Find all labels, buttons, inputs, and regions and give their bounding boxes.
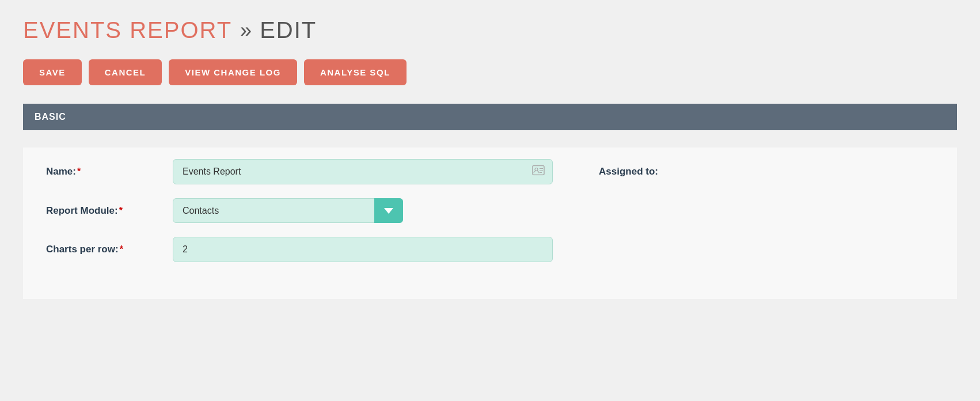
report-module-select[interactable]: Contacts Leads Accounts Opportunities xyxy=(173,198,403,223)
title-edit: EDIT xyxy=(260,17,317,43)
view-change-log-button[interactable]: VIEW CHANGE LOG xyxy=(169,59,297,85)
cancel-button[interactable]: CANCEL xyxy=(89,59,162,85)
title-separator: » xyxy=(240,18,252,43)
page-title: EVENTS REPORT » EDIT xyxy=(23,17,957,43)
analyse-sql-button[interactable]: ANALYSE SQL xyxy=(304,59,407,85)
report-module-required-star: * xyxy=(119,206,123,216)
page-container: EVENTS REPORT » EDIT SAVE CANCEL VIEW CH… xyxy=(0,0,980,401)
name-label: Name:* xyxy=(46,166,173,177)
name-required-star: * xyxy=(77,167,81,177)
name-row: Name:* Assigned to: xyxy=(46,159,934,184)
title-events-report: EVENTS REPORT xyxy=(23,17,232,43)
name-input-wrap xyxy=(173,159,553,184)
charts-per-row-input[interactable] xyxy=(173,237,553,262)
name-input[interactable] xyxy=(173,159,553,184)
assigned-to-label: Assigned to: xyxy=(599,166,658,177)
report-module-label: Report Module:* xyxy=(46,205,173,217)
charts-per-row-required-star: * xyxy=(120,244,123,255)
charts-per-row-label: Charts per row:* xyxy=(46,244,173,255)
save-button[interactable]: SAVE xyxy=(23,59,82,85)
report-module-row: Report Module:* Contacts Leads Accounts … xyxy=(46,198,934,223)
report-module-select-wrap: Contacts Leads Accounts Opportunities xyxy=(173,198,403,223)
charts-per-row-row: Charts per row:* xyxy=(46,237,934,262)
form-area: Name:* Assigned to: xyxy=(23,147,957,299)
basic-section-header: BASIC xyxy=(23,104,957,130)
toolbar: SAVE CANCEL VIEW CHANGE LOG ANALYSE SQL xyxy=(23,59,957,85)
